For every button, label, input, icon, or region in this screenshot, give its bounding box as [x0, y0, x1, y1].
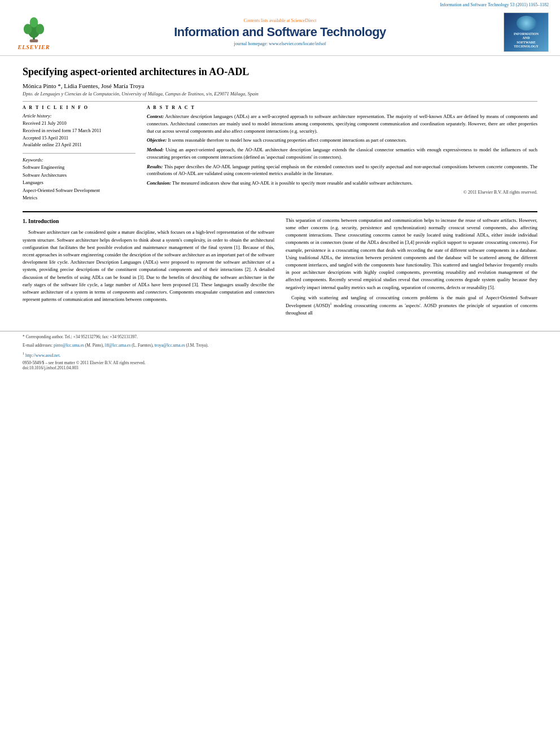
article-info: A R T I C L E I N F O Article history: R…: [23, 105, 135, 207]
body-col2-para1: This separation of concerns between comp…: [286, 217, 537, 291]
journal-center: Contents lists available at ScienceDirec…: [56, 18, 504, 46]
paper-content: Specifying aspect-oriented architectures…: [0, 56, 560, 325]
info-divider: [23, 153, 135, 154]
journal-logo-right: INFORMATIONANDSOFTWARETECHNOLOGY: [504, 12, 549, 52]
abstract-text: Context: Architecture description langua…: [147, 113, 537, 187]
body-section: 1. Introduction Software architecture ca…: [23, 217, 537, 320]
footnote-1: 1 http://www.aosd.net.: [23, 351, 537, 359]
abstract-objective: Objective: It seems reasonable therefore…: [147, 137, 537, 144]
elsevier-logo: ELSEVIER: [11, 15, 56, 50]
logo-circle-icon: [517, 16, 536, 30]
body-col2-para2: Coping with scattering and tangling of c…: [286, 294, 537, 317]
method-label: Method:: [147, 147, 164, 152]
email-link-1[interactable]: pinto@lcc.uma.es: [54, 343, 84, 348]
keywords-list: Software Engineering Software Architectu…: [23, 164, 135, 202]
top-header: Information and Software Technology 53 (…: [0, 0, 560, 56]
conclusion-text: The measured indicators show that using …: [172, 180, 413, 186]
aosd-link[interactable]: http://www.aosd.net.: [25, 352, 60, 357]
elsevier-tree-icon: [17, 15, 51, 43]
conclusion-label: Conclusion:: [147, 180, 171, 186]
keyword-1: Software Engineering: [23, 164, 135, 172]
sciencedirect-label: Contents lists available at ScienceDirec…: [56, 18, 504, 23]
email-label: E-mail addresses:: [23, 343, 53, 348]
paper-authors: Mónica Pinto *, Lidia Fuentes, José Marí…: [23, 82, 537, 89]
method-text: Using an aspect-oriented approach, the A…: [147, 147, 537, 160]
abstract-section: A B S T R A C T Context: Architecture de…: [147, 105, 537, 207]
email-name-2: L. Fuentes: [133, 343, 151, 348]
keywords-label: Keywords:: [23, 157, 135, 163]
body-col-left: 1. Introduction Software architecture ca…: [23, 217, 274, 320]
abstract-method: Method: Using an aspect-oriented approac…: [147, 146, 537, 161]
context-text: Architecture description languages (ADLs…: [147, 113, 537, 134]
context-label: Context:: [147, 113, 164, 119]
section-divider-top: [23, 101, 537, 102]
abstract-context: Context: Architecture description langua…: [147, 113, 537, 134]
objective-label: Objective:: [147, 137, 167, 143]
email-addresses: E-mail addresses: pinto@lcc.uma.es (M. P…: [23, 342, 537, 348]
keyword-4: Aspect-Oriented Software Development: [23, 187, 135, 195]
body-col-right: This separation of concerns between comp…: [286, 217, 537, 320]
journal-title-banner: Information and Software Technology: [56, 25, 504, 40]
paper-affiliation: Dpto. de Lenguajes y Ciencias de la Comp…: [23, 91, 537, 97]
abstract-header: A B S T R A C T: [147, 105, 537, 110]
objective-text: It seems reasonable therefore to model h…: [168, 137, 407, 143]
keywords-section: Keywords: Software Engineering Software …: [23, 157, 135, 202]
received-date: Received 21 July 2010: [23, 120, 135, 127]
section-1-heading: 1. Introduction: [23, 217, 274, 226]
abstract-conclusion: Conclusion: The measured indicators show…: [147, 180, 537, 187]
body-col1-para1: Software architecture can be considered …: [23, 229, 274, 303]
body-divider: [23, 211, 537, 212]
issn-line: 0950-5849/$ – see front matter © 2011 El…: [23, 360, 537, 370]
keyword-5: Metrics: [23, 194, 135, 202]
paper-title: Specifying aspect-oriented architectures…: [23, 66, 537, 78]
svg-rect-5: [30, 39, 38, 42]
abstract-results: Results: This paper describes the AO-ADL…: [147, 163, 537, 178]
history-label: Article history:: [23, 113, 135, 119]
keyword-3: Languages: [23, 179, 135, 187]
results-text: This paper describes the AO-ADL language…: [147, 164, 537, 177]
journal-banner: ELSEVIER Contents lists available at Sci…: [11, 9, 549, 55]
logo-text: INFORMATIONANDSOFTWARETECHNOLOGY: [514, 32, 539, 49]
journal-homepage: journal homepage: www.elsevier.com/locat…: [56, 41, 504, 46]
elsevier-brand: ELSEVIER: [18, 44, 50, 50]
footer-area: * Corresponding author. Tel.: +34 952132…: [0, 331, 560, 370]
journal-reference: Information and Software Technology 53 (…: [11, 2, 549, 9]
article-info-header: A R T I C L E I N F O: [23, 105, 135, 110]
available-date: Available online 23 April 2011: [23, 141, 135, 148]
copyright-line: © 2011 Elsevier B.V. All rights reserved…: [147, 190, 537, 195]
accepted-date: Accepted 15 April 2011: [23, 134, 135, 142]
keyword-2: Software Architectures: [23, 172, 135, 180]
svg-point-4: [30, 17, 38, 27]
results-label: Results:: [147, 164, 163, 169]
article-history: Article history: Received 21 July 2010 R…: [23, 113, 135, 148]
revised-date: Received in revised form 17 March 2011: [23, 127, 135, 134]
email-name-1: M. Pinto: [86, 343, 101, 348]
info-abstract-section: A R T I C L E I N F O Article history: R…: [23, 105, 537, 207]
email-name-3: J.M. Troya: [187, 343, 206, 348]
email-link-3[interactable]: troya@lcc.uma.es: [155, 343, 185, 348]
corresponding-note: * Corresponding author. Tel.: +34 952132…: [23, 334, 537, 340]
email-link-2[interactable]: lff@lcc.uma.es: [105, 343, 131, 348]
